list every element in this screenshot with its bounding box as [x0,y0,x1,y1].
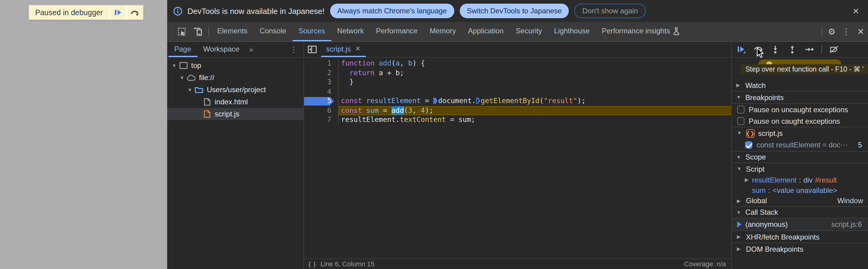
file-html-icon [202,97,212,107]
tab-elements[interactable]: Elements [211,22,253,41]
xhr-breakpoints-header[interactable]: ▶ XHR/fetch Breakpoints [732,231,868,243]
tab-network[interactable]: Network [331,22,370,41]
line-number[interactable]: 4 [304,87,339,97]
expanded-triangle-icon: ▼ [737,130,742,136]
line-number-text: 2 [327,68,331,77]
expand-triangle-icon[interactable]: ▼ [170,63,178,68]
variable-colon: : [799,176,801,184]
tab-performance[interactable]: Performance [370,22,424,41]
tab-memory[interactable]: Memory [424,22,462,41]
step-into-button[interactable] [770,45,780,54]
variable-colon: : [768,186,770,194]
step-button[interactable] [804,45,814,54]
variable-name: sum [752,186,766,194]
inline-breakpoint-marker[interactable] [433,98,438,104]
dom-breakpoints-title: DOM Breakpoints [746,245,803,253]
infobar-close-icon[interactable]: ✕ [850,6,862,16]
breakpoint-entry[interactable]: const resultElement = doc⋯ 5 [732,139,868,151]
navigator-menu-icon[interactable]: ⋮ [284,42,303,57]
watch-section-header[interactable]: ▶ Watch [732,79,868,91]
file-js-icon [202,109,212,119]
pretty-print-icon[interactable]: { } [309,261,316,268]
line-number-breakpoint[interactable]: 5 [304,97,339,106]
inline-breakpoint-marker-outline[interactable] [476,98,480,104]
pause-uncaught-checkbox[interactable] [737,106,744,113]
scope-section-header[interactable]: ▼ Scope [732,151,868,163]
scope-global-label: Global [746,196,767,205]
toolbar-separator [208,27,209,37]
tab-lighthouse[interactable]: Lighthouse [548,22,595,41]
pause-caught-row[interactable]: Pause on caught exceptions [732,115,868,127]
code-line-2[interactable]: 2 return a + b; [304,68,731,78]
device-toolbar-icon[interactable] [190,22,206,41]
tab-sources[interactable]: Sources [292,22,331,41]
breakpoint-checkbox[interactable] [745,141,752,149]
tab-security[interactable]: Security [510,22,548,41]
inspect-element-icon[interactable] [174,22,190,41]
tab-application[interactable]: Application [462,22,509,41]
step-over-button-overlay[interactable] [127,5,143,20]
expand-triangle-icon[interactable]: ▼ [178,75,186,80]
step-out-button[interactable] [787,45,797,54]
dont-show-again-button[interactable]: Don't show again [575,4,646,18]
frame-icon [178,61,188,70]
line-number[interactable]: 7 [304,115,339,125]
code-token: const [341,97,362,105]
tab-performance-insights[interactable]: Performance insights [596,22,686,41]
dom-breakpoints-header[interactable]: ▶ DOM Breakpoints [732,243,868,255]
always-match-language-button[interactable]: Always match Chrome's language [330,4,454,18]
expanded-triangle-icon: ▼ [736,210,742,215]
editor-tab-scriptjs[interactable]: script.js ✕ [321,42,366,57]
line-number[interactable]: 6 [304,106,339,115]
expanded-triangle-icon: ▼ [737,166,742,172]
call-stack-frame[interactable]: (anonymous)script.js:6 [732,218,868,231]
more-options-icon[interactable]: ⋮ [839,22,854,41]
code-line-6[interactable]: 6const sum = add(3, 4); [304,106,731,115]
call-stack-section-header[interactable]: ▼ Call Stack [732,206,868,218]
code-line-3[interactable]: 3 } [304,78,731,87]
close-tab-icon[interactable]: ✕ [355,45,361,53]
resume-script-button[interactable] [110,5,126,20]
resume-button[interactable] [736,45,746,54]
code-editor[interactable]: 1function add(a, b) {2 return a + b;3 }4… [304,58,731,259]
switch-to-japanese-button[interactable]: Switch DevTools to Japanese [460,4,569,18]
scope-variable-resultElement[interactable]: ▶resultElement: div#result [732,175,868,185]
code-line-1[interactable]: 1function add(a, b) { [304,59,731,68]
tree-item-file-[interactable]: ▼file:// [167,72,303,84]
line-number[interactable]: 2 [304,68,339,78]
breakpoint-file-group[interactable]: ▼ ❮❯ script.js [732,127,868,139]
pause-uncaught-row[interactable]: Pause on uncaught exceptions [732,104,868,115]
scope-variable-sum[interactable]: sum: <value unavailable> [732,185,868,195]
tree-item-index-html[interactable]: index.html [167,96,303,108]
close-devtools-icon[interactable]: ✕ [854,22,868,41]
editor-tab-bar: script.js ✕ [304,42,731,58]
scope-global-value: Window [837,196,863,205]
tree-item-label: script.js [215,110,239,118]
code-token: ( [539,97,544,105]
navigator-tab-page[interactable]: Page [168,42,197,57]
hide-navigator-icon[interactable] [304,42,321,57]
code-line-7[interactable]: 7resultElement.textContent = sum; [304,115,731,125]
breakpoints-section-header[interactable]: ▼ Breakpoints [732,91,868,104]
breakpoint-file-label: script.js [758,129,783,137]
tree-item-top[interactable]: ▼top [167,59,303,72]
code-line-4[interactable]: 4 [304,87,731,97]
cursor-position: Line 6, Column 15 [320,261,375,268]
tab-console[interactable]: Console [253,22,292,41]
pause-caught-checkbox[interactable] [737,117,744,125]
settings-gear-icon[interactable]: ⚙ [825,22,839,41]
expand-triangle-icon[interactable]: ▼ [186,87,193,92]
tree-item-script-js[interactable]: script.js [167,108,303,120]
scope-global-row[interactable]: ▶ Global Window [732,195,868,206]
scope-script-label: Script [746,165,765,173]
tree-item-label: top [191,61,201,70]
paused-in-debugger-overlay: Paused in debugger [28,5,144,20]
code-line-5[interactable]: 5const resultElement = document.getEleme… [304,97,731,106]
navigator-tab-workspace[interactable]: Workspace [197,42,246,57]
more-tabs-icon[interactable]: » [246,42,257,57]
tree-item-users-user-project[interactable]: ▼Users/user/project [167,84,303,96]
line-number[interactable]: 1 [304,59,339,68]
scope-script-group[interactable]: ▼ Script [732,163,868,175]
line-number[interactable]: 3 [304,78,339,87]
deactivate-breakpoints-button[interactable] [829,45,839,54]
